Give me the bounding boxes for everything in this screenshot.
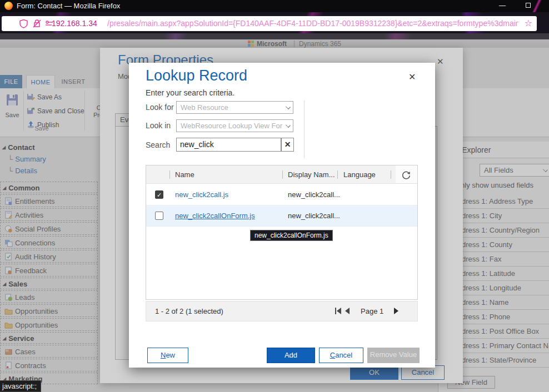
search-input[interactable]: new_click	[176, 138, 281, 152]
browser-titlebar: Form: Contact — Mozilla Firefox —	[0, 0, 549, 12]
lookup-title: Lookup Record	[146, 67, 247, 84]
lookup-subtitle: Enter your search criteria.	[146, 88, 234, 97]
table-row[interactable]: ✓ new_click2call.js new_click2call...	[146, 184, 417, 205]
divider	[304, 100, 305, 158]
next-page-button[interactable]	[394, 308, 398, 314]
look-in-label: Look in	[146, 121, 171, 130]
page-content: Microsoft | Dynamics 365 FILE HOME INSER…	[0, 33, 549, 392]
pagination-bar: 1 - 2 of 2 (1 selected) Page 1	[146, 301, 418, 321]
url-field[interactable]: 192.168.1.34 /presales/main.aspx?appSolu…	[2, 16, 537, 31]
bookmark-star-icon[interactable]: ☆	[525, 18, 532, 28]
column-header-name[interactable]: Name	[175, 165, 194, 184]
row-checkbox-checked[interactable]: ✓	[155, 190, 163, 199]
record-display-name: new_click2call...	[288, 184, 340, 205]
column-header-language[interactable]: Language	[343, 165, 376, 184]
shield-icon[interactable]	[19, 19, 28, 28]
url-path: /presales/main.aspx?appSolutionId={FD140…	[107, 19, 518, 28]
cancel-button[interactable]: Cancel	[319, 348, 363, 363]
close-icon[interactable]: ✕	[408, 72, 416, 82]
table-header: Name Display Nam... Language	[146, 165, 396, 184]
remove-value-button-disabled: Remove Value	[367, 348, 420, 363]
chevron-down-icon	[286, 104, 291, 109]
refresh-icon	[401, 170, 411, 180]
window-title: Form: Contact — Mozilla Firefox	[17, 2, 120, 10]
theme-streak	[520, 0, 549, 12]
look-for-label: Look for	[146, 103, 174, 112]
lookup-record-dialog: ✕ Lookup Record Enter your search criter…	[129, 63, 435, 368]
minimize-button[interactable]: —	[490, 0, 515, 12]
link-tooltip: new_click2callOnForm.js	[250, 230, 333, 241]
look-in-select[interactable]: WebResource Lookup View For	[176, 119, 293, 132]
page-indicator: Page 1	[361, 301, 383, 321]
record-name-link[interactable]: new_click2call.js	[175, 184, 228, 205]
column-header-display-name[interactable]: Display Nam...	[288, 165, 335, 184]
browser-urlbar: 192.168.1.34 /presales/main.aspx?appSolu…	[0, 12, 549, 33]
close-icon: ✕	[285, 140, 291, 149]
search-label: Search	[146, 140, 170, 149]
look-for-select[interactable]: Web Resource	[176, 101, 293, 114]
add-button[interactable]: Add	[267, 348, 315, 363]
screen: Form: Contact — Mozilla Firefox — 192.16…	[0, 0, 549, 392]
record-name-link[interactable]: new_click2callOnForm.js	[175, 205, 255, 227]
status-tooltip: javascript:;	[0, 380, 41, 392]
url-domain: 192.168.1.34	[52, 19, 97, 28]
previous-page-button[interactable]	[345, 308, 350, 314]
record-count: 1 - 2 of 2 (1 selected)	[155, 301, 223, 321]
new-button[interactable]: New	[147, 348, 188, 363]
table-row[interactable]: new_click2callOnForm.js new_click2call..…	[146, 205, 417, 227]
record-display-name: new_click2call...	[288, 205, 340, 227]
refresh-button[interactable]	[396, 165, 417, 184]
lock-disabled-icon[interactable]	[32, 19, 42, 28]
firefox-icon	[4, 2, 13, 10]
clear-search-button[interactable]: ✕	[281, 138, 294, 152]
chevron-down-icon	[286, 123, 291, 128]
row-checkbox-unchecked[interactable]	[155, 212, 163, 220]
